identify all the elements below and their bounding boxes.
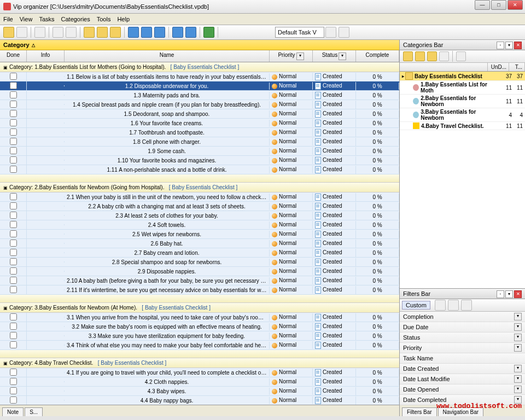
task-grid[interactable]: Done Info Name Priority▾ Status▾ Complet… (0, 50, 399, 405)
add-cat-icon[interactable] (403, 51, 413, 61)
done-checkbox[interactable] (10, 323, 17, 330)
filter-row[interactable]: Date Created▾ (400, 364, 525, 374)
maximize-button[interactable]: □ (491, 0, 506, 10)
pin-icon[interactable]: ▫ (497, 290, 504, 298)
chevron-down-icon[interactable]: ▾ (514, 365, 522, 372)
category-header[interactable]: ▣Category: 2.Baby Essentials for Newborn… (0, 183, 399, 192)
task-row[interactable]: 1.9 Some cash.NormalCreated0 % (0, 147, 399, 156)
done-checkbox[interactable] (10, 267, 17, 275)
refresh-cat-icon[interactable] (456, 51, 466, 61)
refresh-icon[interactable] (203, 27, 214, 38)
cut-icon[interactable] (128, 27, 139, 38)
task-row[interactable]: 2.6 Baby hat.NormalCreated0 % (0, 239, 399, 248)
done-checkbox[interactable] (10, 156, 17, 164)
filter-row[interactable]: Completion▾ (400, 312, 525, 322)
task-row[interactable]: 3.2 Make sure the baby's room is equippe… (0, 322, 399, 331)
done-checkbox[interactable] (10, 258, 17, 265)
filter-row[interactable]: Date Last Modifie▾ (400, 374, 525, 384)
close-button[interactable]: ✕ (508, 0, 523, 10)
edit-cat-icon[interactable] (415, 51, 425, 61)
chevron-down-icon[interactable]: ▾ (514, 334, 522, 341)
done-checkbox[interactable] (10, 313, 17, 320)
task-row[interactable]: 2.3 At least 2 sets of clothes for your … (0, 211, 399, 220)
view-dropdown[interactable]: Default Task V (275, 27, 324, 38)
category-header[interactable]: ▣Category: 4.Baby Travel Checklist. [ Ba… (0, 358, 399, 368)
done-checkbox[interactable] (10, 202, 17, 209)
done-checkbox[interactable] (10, 147, 17, 154)
done-checkbox[interactable] (10, 212, 17, 219)
copy-icon[interactable] (141, 27, 152, 38)
done-checkbox[interactable] (10, 166, 17, 173)
delete-task-icon[interactable] (110, 27, 121, 38)
undo-icon[interactable] (172, 27, 183, 38)
chevron-down-icon[interactable]: ▾ (514, 386, 522, 393)
task-row[interactable]: 1.8 Cell phone with charger.NormalCreate… (0, 137, 399, 147)
done-checkbox[interactable] (10, 277, 17, 284)
done-checkbox[interactable] (10, 82, 17, 89)
menu-view[interactable]: View (20, 16, 33, 22)
done-checkbox[interactable] (10, 387, 17, 394)
menu-tools[interactable]: Tools (97, 16, 111, 22)
task-row[interactable]: 2.4 Soft towels.NormalCreated0 % (0, 220, 399, 230)
col-info[interactable]: Info (27, 50, 65, 62)
save-icon[interactable] (34, 27, 45, 38)
col-status[interactable]: Status▾ (313, 50, 356, 62)
redo-icon[interactable] (185, 27, 196, 38)
task-row[interactable]: 2.2 A baby crib with a changing mat and … (0, 202, 399, 211)
done-checkbox[interactable] (10, 341, 17, 348)
col-complete[interactable]: Complete (356, 50, 399, 62)
print-icon[interactable] (52, 27, 63, 38)
col-priority[interactable]: Priority▾ (270, 50, 313, 62)
filter-row[interactable]: Task Name (400, 353, 525, 364)
task-row[interactable]: 4.4 Baby nappy bags.NormalCreated0 % (0, 396, 399, 405)
task-row[interactable]: 1.2 Disposable underwear for you.NormalC… (0, 81, 399, 91)
task-row[interactable]: 1.11 A non-perishable snack and a bottle… (0, 165, 399, 174)
task-row[interactable]: 2.10 A baby bath (before giving a bath f… (0, 276, 399, 285)
task-row[interactable]: 2.8 Special shampoo and soap for newborn… (0, 258, 399, 267)
filter-row[interactable]: Date Opened▾ (400, 384, 525, 395)
col-done[interactable]: Done (0, 50, 27, 62)
new-icon[interactable] (3, 27, 14, 38)
paste-icon[interactable] (154, 27, 165, 38)
task-row[interactable]: 1.7 Toothbrush and toothpaste.NormalCrea… (0, 128, 399, 137)
filter-row[interactable]: Status▾ (400, 332, 525, 343)
tree-node[interactable]: 2.Baby Essentials for Newborn1111 (400, 95, 525, 108)
task-row[interactable]: 1.6 Your favorite face creams.NormalCrea… (0, 119, 399, 128)
task-row[interactable]: 2.5 Wet wipes for newborns.NormalCreated… (0, 230, 399, 239)
filter-row[interactable]: Due Date▾ (400, 322, 525, 332)
category-header[interactable]: ▣Category: 3.Baby Essentials for Newborn… (0, 303, 399, 313)
task-row[interactable]: 2.11 If it's wintertime, be sure you get… (0, 285, 399, 295)
filter-icon[interactable] (325, 27, 336, 38)
chevron-down-icon[interactable]: ▾ (514, 313, 522, 320)
col-name[interactable]: Name (65, 50, 270, 62)
edit-filter-icon[interactable] (448, 300, 459, 311)
edit-task-icon[interactable] (97, 27, 108, 38)
done-checkbox[interactable] (10, 378, 17, 385)
clear-filter-icon[interactable] (461, 300, 472, 311)
task-row[interactable]: 1.5 Deodorant, soap and shampoo.NormalCr… (0, 109, 399, 119)
category-header[interactable]: ▣Category: 1.Baby Essentials List for Mo… (0, 62, 399, 72)
close-panel-icon[interactable]: ✕ (514, 42, 522, 49)
pin-icon[interactable]: ▫ (497, 42, 504, 49)
task-row[interactable]: 3.1 When you arrive from the hospital, y… (0, 313, 399, 322)
done-checkbox[interactable] (10, 193, 17, 200)
category-tree[interactable]: ▸Baby Essentials Checklist37371.Baby Ess… (400, 72, 525, 288)
done-checkbox[interactable] (10, 129, 17, 136)
chevron-down-icon[interactable]: ▾ (514, 344, 522, 352)
task-row[interactable]: 4.2 Cloth nappies.NormalCreated0 % (0, 377, 399, 387)
task-row[interactable]: 3.3 Make sure you have sterilization equ… (0, 331, 399, 341)
chevron-down-icon[interactable]: ▾ (514, 323, 522, 331)
tree-node[interactable]: 3.Baby Essentials for Newborn44 (400, 108, 525, 122)
custom-filter[interactable]: Custom (402, 301, 430, 310)
done-checkbox[interactable] (10, 249, 17, 256)
filter-row[interactable]: Priority▾ (400, 343, 525, 353)
open-icon[interactable] (16, 27, 27, 38)
note-tab[interactable]: Note (2, 407, 24, 416)
tree-node[interactable]: 4.Baby Travel Checklist.1111 (400, 122, 525, 130)
menu-tasks[interactable]: Tasks (39, 16, 54, 22)
done-checkbox[interactable] (10, 110, 17, 117)
task-row[interactable]: 1.4 Special breast pads and nipple cream… (0, 100, 399, 109)
task-row[interactable]: 2.7 Baby cream and lotion.NormalCreated0… (0, 248, 399, 258)
task-row[interactable]: 4.3 Baby wipes.NormalCreated0 % (0, 387, 399, 396)
task-row[interactable]: 2.1 When your baby is still in the unit … (0, 192, 399, 202)
